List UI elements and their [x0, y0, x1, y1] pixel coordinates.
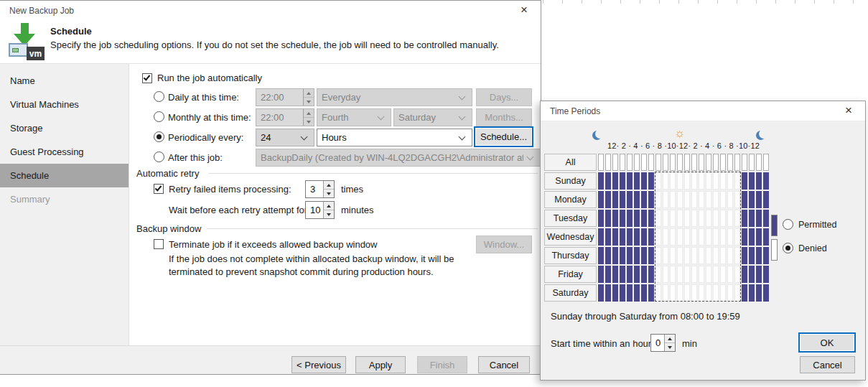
spin-down-icon[interactable]: [665, 342, 675, 351]
periodically-value-combobox[interactable]: 24: [256, 129, 314, 146]
grid-cell[interactable]: [749, 191, 755, 208]
tp-cancel-button[interactable]: Cancel: [800, 356, 855, 373]
grid-cell[interactable]: [612, 284, 618, 302]
grid-row-label-friday[interactable]: Friday: [544, 266, 597, 283]
grid-cell[interactable]: [605, 172, 611, 190]
grid-row-label-sunday[interactable]: Sunday: [544, 172, 597, 190]
grid-cell[interactable]: [756, 228, 762, 246]
grid-cell[interactable]: [612, 154, 618, 171]
grid-cell[interactable]: [634, 191, 640, 208]
grid-cell[interactable]: [634, 247, 640, 264]
grid-cell[interactable]: [691, 191, 697, 208]
denied-radio[interactable]: [783, 243, 793, 253]
grid-cell[interactable]: [655, 210, 661, 227]
grid-cell[interactable]: [684, 154, 690, 171]
grid-cell[interactable]: [612, 191, 618, 208]
grid-cell[interactable]: [713, 247, 719, 264]
grid-cell[interactable]: [677, 154, 683, 171]
grid-cell[interactable]: [713, 284, 719, 302]
grid-cell[interactable]: [699, 172, 704, 190]
grid-cell[interactable]: [634, 228, 640, 246]
grid-cell[interactable]: [763, 266, 769, 283]
grid-cell[interactable]: [734, 266, 740, 283]
grid-cell[interactable]: [727, 284, 733, 302]
grid-cell[interactable]: [720, 266, 726, 283]
grid-cell[interactable]: [620, 191, 625, 208]
grid-cell[interactable]: [684, 266, 690, 283]
grid-cell[interactable]: [641, 154, 647, 171]
grid-cell[interactable]: [727, 191, 733, 208]
grid-cell[interactable]: [648, 191, 654, 208]
grid-cell[interactable]: [699, 228, 704, 246]
grid-cell[interactable]: [655, 228, 661, 246]
grid-cell[interactable]: [720, 210, 726, 227]
grid-cell[interactable]: [677, 172, 683, 190]
grid-cell[interactable]: [749, 210, 755, 227]
grid-cell[interactable]: [677, 191, 683, 208]
wait-minutes-spinner[interactable]: 10: [305, 201, 335, 219]
grid-cell[interactable]: [655, 247, 661, 264]
grid-cell[interactable]: [763, 154, 769, 171]
terminate-job-checkbox[interactable]: [154, 239, 164, 249]
grid-cell[interactable]: [620, 172, 625, 190]
grid-cell[interactable]: [648, 210, 654, 227]
grid-cell[interactable]: [734, 191, 740, 208]
grid-cell[interactable]: [706, 191, 711, 208]
grid-cell[interactable]: [620, 210, 625, 227]
grid-cell[interactable]: [727, 210, 733, 227]
grid-cell[interactable]: [612, 247, 618, 264]
grid-cell[interactable]: [684, 172, 690, 190]
grid-cell[interactable]: [627, 284, 633, 302]
grid-cell[interactable]: [742, 266, 747, 283]
grid-cell[interactable]: [670, 154, 676, 171]
grid-cell[interactable]: [720, 247, 726, 264]
grid-cell[interactable]: [713, 172, 719, 190]
grid-cell[interactable]: [713, 228, 719, 246]
grid-cell[interactable]: [627, 228, 633, 246]
grid-cell[interactable]: [612, 210, 618, 227]
grid-cell[interactable]: [706, 266, 711, 283]
after-job-radio[interactable]: [154, 151, 164, 162]
grid-cell[interactable]: [713, 210, 719, 227]
grid-cell[interactable]: [670, 228, 676, 246]
grid-cell[interactable]: [598, 191, 604, 208]
grid-cell[interactable]: [670, 284, 676, 302]
grid-cell[interactable]: [734, 228, 740, 246]
start-time-spinner[interactable]: 0: [650, 334, 676, 352]
grid-cell[interactable]: [627, 191, 633, 208]
grid-cell[interactable]: [663, 191, 668, 208]
grid-cell[interactable]: [713, 266, 719, 283]
grid-cell[interactable]: [742, 284, 747, 302]
grid-cell[interactable]: [634, 284, 640, 302]
grid-cell[interactable]: [763, 191, 769, 208]
grid-cell[interactable]: [612, 266, 618, 283]
grid-cell[interactable]: [756, 154, 762, 171]
grid-cell[interactable]: [713, 191, 719, 208]
grid-cell[interactable]: [734, 172, 740, 190]
grid-cell[interactable]: [641, 172, 647, 190]
grid-cell[interactable]: [634, 172, 640, 190]
grid-cell[interactable]: [598, 228, 604, 246]
sidebar-item-storage[interactable]: Storage: [0, 116, 129, 140]
grid-cell[interactable]: [749, 284, 755, 302]
grid-cell[interactable]: [699, 247, 704, 264]
grid-cell[interactable]: [677, 247, 683, 264]
grid-cell[interactable]: [742, 172, 747, 190]
grid-cell[interactable]: [677, 228, 683, 246]
grid-cell[interactable]: [684, 228, 690, 246]
grid-cell[interactable]: [648, 228, 654, 246]
grid-cell[interactable]: [620, 266, 625, 283]
grid-cell[interactable]: [620, 154, 625, 171]
grid-cell[interactable]: [749, 266, 755, 283]
grid-cell[interactable]: [598, 210, 604, 227]
grid-cell[interactable]: [670, 247, 676, 264]
grid-row-label-tuesday[interactable]: Tuesday: [544, 210, 597, 227]
spin-up-icon[interactable]: [665, 335, 675, 342]
grid-row-label-monday[interactable]: Monday: [544, 191, 597, 208]
grid-cell[interactable]: [734, 247, 740, 264]
grid-cell[interactable]: [620, 247, 625, 264]
ok-button[interactable]: OK: [798, 332, 856, 353]
schedule-button[interactable]: Schedule...: [474, 126, 533, 147]
sidebar-item-guest-processing[interactable]: Guest Processing: [0, 140, 129, 164]
grid-cell[interactable]: [634, 210, 640, 227]
